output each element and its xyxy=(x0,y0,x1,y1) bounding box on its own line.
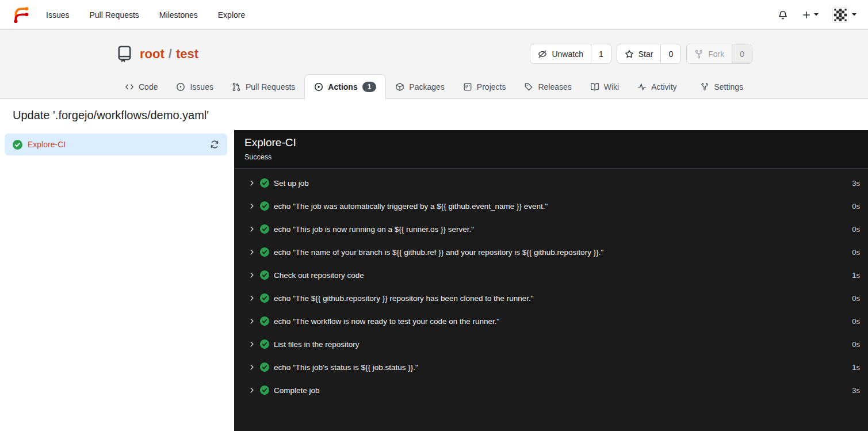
step-label: echo "The name of your branch is ${{ git… xyxy=(274,248,603,257)
repo-title: root / test xyxy=(140,47,198,62)
tab-issues[interactable]: Issues xyxy=(167,74,222,99)
success-check-icon xyxy=(260,363,269,372)
tab-settings[interactable]: Settings xyxy=(691,74,752,99)
fork-icon xyxy=(694,49,703,59)
chevron-right-icon xyxy=(248,387,255,394)
chevron-down-icon xyxy=(852,13,856,16)
star-button[interactable]: Star xyxy=(617,44,661,63)
step-row[interactable]: echo "The workflow is now ready to test … xyxy=(234,310,868,333)
success-check-icon xyxy=(260,340,269,349)
run-page: Update '.forgejo/workflows/demo.yaml' Ex… xyxy=(0,109,868,431)
fork-button: Fork xyxy=(687,44,732,63)
step-duration: 0s xyxy=(845,248,860,257)
chevron-right-icon xyxy=(248,203,255,209)
issue-opened-icon xyxy=(176,82,185,91)
step-duration: 3s xyxy=(845,386,860,395)
step-row[interactable]: Check out repository code 1s xyxy=(234,264,868,287)
fork-count: 0 xyxy=(732,44,752,63)
success-check-icon xyxy=(260,201,269,211)
navbar-item-pull-requests[interactable]: Pull Requests xyxy=(89,10,139,20)
success-check-icon xyxy=(260,316,269,326)
star-button-group: Star 0 xyxy=(617,44,681,64)
step-row[interactable]: echo "The name of your branch is ${{ git… xyxy=(234,241,868,264)
tab-wiki[interactable]: Wiki xyxy=(581,74,628,99)
step-row[interactable]: echo "This job is now running on a ${{ r… xyxy=(234,218,868,241)
success-check-icon xyxy=(13,140,22,150)
repo-owner-link[interactable]: root xyxy=(140,47,165,62)
repo-name-link[interactable]: test xyxy=(176,47,198,62)
actions-count-badge: 1 xyxy=(362,82,377,92)
step-label: echo "The workflow is now ready to test … xyxy=(274,317,499,326)
step-row[interactable]: echo "The ${{ github.repository }} repos… xyxy=(234,287,868,310)
repo-header: root / test Unwatch 1 xyxy=(0,30,868,99)
step-duration: 0s xyxy=(845,340,860,349)
pull-request-icon xyxy=(232,82,241,91)
notifications-bell-icon[interactable] xyxy=(778,10,788,20)
step-row[interactable]: List files in the repository 0s xyxy=(234,333,868,356)
chevron-right-icon xyxy=(248,180,255,186)
success-check-icon xyxy=(260,178,269,188)
step-duration: 0s xyxy=(845,225,860,234)
chevron-right-icon xyxy=(248,364,255,371)
rerun-job-icon[interactable] xyxy=(210,140,219,149)
navbar-item-explore[interactable]: Explore xyxy=(218,10,245,20)
chevron-right-icon xyxy=(248,249,255,255)
chevron-right-icon xyxy=(248,272,255,279)
step-duration: 0s xyxy=(845,294,860,303)
repo-action-buttons: Unwatch 1 Star 0 xyxy=(530,44,752,64)
step-label: Complete job xyxy=(274,386,320,395)
create-new-dropdown[interactable] xyxy=(802,10,819,20)
tab-projects[interactable]: Projects xyxy=(454,74,515,99)
watch-count[interactable]: 1 xyxy=(591,44,611,63)
success-check-icon xyxy=(260,293,269,303)
step-row[interactable]: Set up job 3s xyxy=(234,171,868,194)
navbar-right xyxy=(778,7,856,23)
run-status-text: Success xyxy=(244,153,858,161)
chevron-right-icon xyxy=(248,295,255,302)
chevron-right-icon xyxy=(248,226,255,232)
chevron-right-icon xyxy=(248,341,255,348)
play-circle-icon xyxy=(314,82,323,91)
workflow-run-title: Update '.forgejo/workflows/demo.yaml' xyxy=(0,109,868,122)
navbar-item-issues[interactable]: Issues xyxy=(46,10,69,20)
run-panel-header: Explore-CI Success xyxy=(234,130,868,169)
step-duration: 1s xyxy=(845,271,860,280)
package-icon xyxy=(395,82,404,91)
navbar-item-milestones[interactable]: Milestones xyxy=(159,10,198,20)
step-label: Check out repository code xyxy=(274,271,364,280)
user-menu-dropdown[interactable] xyxy=(832,7,856,23)
eye-slash-icon xyxy=(538,49,547,59)
forgejo-logo-icon[interactable] xyxy=(12,6,30,24)
step-row[interactable]: Complete job 3s xyxy=(234,379,868,402)
top-navbar: Issues Pull Requests Milestones Explore xyxy=(0,0,868,30)
step-duration: 1s xyxy=(845,363,860,372)
tab-pull-requests[interactable]: Pull Requests xyxy=(223,74,304,99)
steps-list: Set up job 3s echo "The job was automati… xyxy=(234,169,868,431)
chevron-right-icon xyxy=(248,318,255,325)
tab-activity[interactable]: Activity xyxy=(628,74,686,99)
tab-packages[interactable]: Packages xyxy=(386,74,453,99)
step-label: echo "The ${{ github.repository }} repos… xyxy=(274,294,534,303)
settings-wrench-icon xyxy=(700,82,709,91)
chevron-down-icon xyxy=(814,13,819,16)
job-item-explore-ci[interactable]: Explore-CI xyxy=(5,134,227,155)
tab-actions[interactable]: Actions 1 xyxy=(304,74,386,99)
step-duration: 0s xyxy=(845,317,860,326)
fork-button-group: Fork 0 xyxy=(686,44,752,64)
project-board-icon xyxy=(463,82,472,91)
avatar xyxy=(832,7,848,23)
run-detail-panel: Explore-CI Success Set up job 3s echo "T… xyxy=(234,130,868,431)
tag-icon xyxy=(524,82,533,91)
step-row[interactable]: echo "The job was automatically triggere… xyxy=(234,194,868,218)
wiki-book-icon xyxy=(590,82,599,91)
watch-button-group: Unwatch 1 xyxy=(530,44,611,64)
activity-pulse-icon xyxy=(637,82,647,91)
repository-book-icon xyxy=(116,45,133,63)
step-row[interactable]: echo "This job's status is ${{ job.statu… xyxy=(234,356,868,379)
tab-code[interactable]: Code xyxy=(116,74,167,99)
star-count[interactable]: 0 xyxy=(660,44,680,63)
tab-releases[interactable]: Releases xyxy=(515,74,580,99)
code-icon xyxy=(125,82,134,91)
unwatch-button[interactable]: Unwatch xyxy=(530,44,590,63)
success-check-icon xyxy=(260,247,269,257)
